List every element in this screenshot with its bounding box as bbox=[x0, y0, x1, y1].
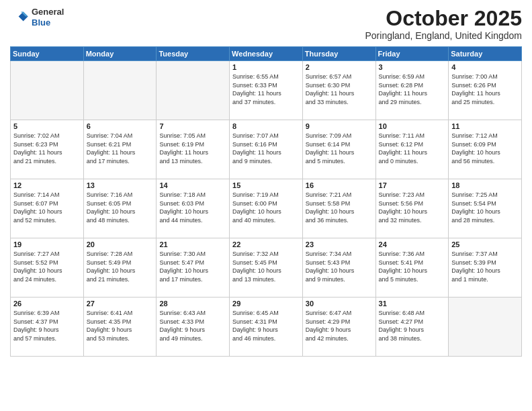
day-number: 30 bbox=[306, 300, 373, 308]
calendar-cell: 8Sunrise: 7:07 AM Sunset: 6:16 PM Daylig… bbox=[230, 120, 303, 179]
day-number: 23 bbox=[306, 240, 373, 248]
week-row-2: 5Sunrise: 7:02 AM Sunset: 6:23 PM Daylig… bbox=[11, 120, 522, 179]
day-number: 19 bbox=[13, 240, 81, 248]
calendar-cell: 25Sunrise: 7:37 AM Sunset: 5:39 PM Dayli… bbox=[449, 238, 522, 298]
calendar-cell bbox=[11, 61, 84, 120]
col-wednesday: Wednesday bbox=[230, 47, 303, 61]
day-number: 14 bbox=[159, 181, 226, 189]
page: General Blue October 2025 Poringland, En… bbox=[0, 0, 532, 411]
day-info: Sunrise: 6:47 AM Sunset: 4:29 PM Dayligh… bbox=[306, 309, 373, 342]
col-tuesday: Tuesday bbox=[157, 47, 230, 61]
calendar-cell: 15Sunrise: 7:19 AM Sunset: 6:00 PM Dayli… bbox=[230, 179, 303, 238]
calendar: Sunday Monday Tuesday Wednesday Thursday… bbox=[10, 46, 522, 357]
day-number: 13 bbox=[87, 181, 154, 189]
month-title: October 2025 bbox=[365, 7, 523, 30]
day-number: 8 bbox=[232, 122, 300, 130]
calendar-cell: 18Sunrise: 7:25 AM Sunset: 5:54 PM Dayli… bbox=[449, 179, 522, 238]
day-info: Sunrise: 7:14 AM Sunset: 6:07 PM Dayligh… bbox=[13, 191, 81, 224]
day-info: Sunrise: 6:48 AM Sunset: 4:27 PM Dayligh… bbox=[379, 309, 446, 342]
calendar-cell: 17Sunrise: 7:23 AM Sunset: 5:56 PM Dayli… bbox=[375, 179, 449, 238]
day-info: Sunrise: 6:45 AM Sunset: 4:31 PM Dayligh… bbox=[232, 309, 300, 342]
day-number: 11 bbox=[451, 122, 519, 130]
week-row-1: 1Sunrise: 6:55 AM Sunset: 6:33 PM Daylig… bbox=[11, 61, 522, 120]
calendar-cell: 4Sunrise: 7:00 AM Sunset: 6:26 PM Daylig… bbox=[449, 61, 522, 120]
calendar-cell bbox=[449, 298, 522, 357]
day-number: 21 bbox=[159, 240, 226, 248]
day-number: 17 bbox=[379, 181, 446, 189]
day-number: 28 bbox=[159, 300, 226, 308]
col-monday: Monday bbox=[83, 47, 157, 61]
day-info: Sunrise: 7:04 AM Sunset: 6:21 PM Dayligh… bbox=[87, 132, 154, 165]
day-number: 5 bbox=[13, 122, 81, 130]
calendar-cell: 24Sunrise: 7:36 AM Sunset: 5:41 PM Dayli… bbox=[375, 238, 449, 298]
day-info: Sunrise: 7:02 AM Sunset: 6:23 PM Dayligh… bbox=[13, 132, 81, 165]
day-number: 15 bbox=[232, 181, 300, 189]
calendar-cell: 21Sunrise: 7:30 AM Sunset: 5:47 PM Dayli… bbox=[157, 238, 230, 298]
day-info: Sunrise: 7:37 AM Sunset: 5:39 PM Dayligh… bbox=[451, 250, 519, 283]
day-info: Sunrise: 7:32 AM Sunset: 5:45 PM Dayligh… bbox=[232, 250, 300, 283]
logo-blue-text: Blue bbox=[32, 17, 64, 28]
calendar-cell: 30Sunrise: 6:47 AM Sunset: 4:29 PM Dayli… bbox=[302, 298, 375, 357]
day-number: 12 bbox=[13, 181, 81, 189]
location: Poringland, England, United Kingdom bbox=[365, 30, 523, 41]
calendar-cell bbox=[83, 61, 157, 120]
day-number: 1 bbox=[232, 63, 300, 71]
day-number: 3 bbox=[379, 63, 446, 71]
col-thursday: Thursday bbox=[302, 47, 375, 61]
logo: General Blue bbox=[10, 7, 64, 28]
calendar-cell: 20Sunrise: 7:28 AM Sunset: 5:49 PM Dayli… bbox=[83, 238, 157, 298]
day-info: Sunrise: 7:16 AM Sunset: 6:05 PM Dayligh… bbox=[87, 191, 154, 224]
title-block: October 2025 Poringland, England, United… bbox=[365, 7, 523, 41]
day-info: Sunrise: 7:18 AM Sunset: 6:03 PM Dayligh… bbox=[159, 191, 226, 224]
day-number: 22 bbox=[232, 240, 300, 248]
day-number: 27 bbox=[87, 300, 154, 308]
day-number: 7 bbox=[159, 122, 226, 130]
calendar-cell: 23Sunrise: 7:34 AM Sunset: 5:43 PM Dayli… bbox=[302, 238, 375, 298]
day-number: 6 bbox=[87, 122, 154, 130]
day-number: 29 bbox=[232, 300, 300, 308]
day-info: Sunrise: 7:36 AM Sunset: 5:41 PM Dayligh… bbox=[379, 250, 446, 283]
calendar-cell: 10Sunrise: 7:11 AM Sunset: 6:12 PM Dayli… bbox=[375, 120, 449, 179]
calendar-cell: 14Sunrise: 7:18 AM Sunset: 6:03 PM Dayli… bbox=[157, 179, 230, 238]
day-number: 9 bbox=[306, 122, 373, 130]
day-number: 20 bbox=[87, 240, 154, 248]
calendar-cell: 19Sunrise: 7:27 AM Sunset: 5:52 PM Dayli… bbox=[11, 238, 84, 298]
day-info: Sunrise: 7:07 AM Sunset: 6:16 PM Dayligh… bbox=[232, 132, 300, 165]
day-info: Sunrise: 7:28 AM Sunset: 5:49 PM Dayligh… bbox=[87, 250, 154, 283]
day-info: Sunrise: 7:25 AM Sunset: 5:54 PM Dayligh… bbox=[451, 191, 519, 224]
day-info: Sunrise: 7:09 AM Sunset: 6:14 PM Dayligh… bbox=[306, 132, 373, 165]
calendar-cell: 12Sunrise: 7:14 AM Sunset: 6:07 PM Dayli… bbox=[11, 179, 84, 238]
day-number: 31 bbox=[379, 300, 446, 308]
calendar-cell bbox=[157, 61, 230, 120]
col-saturday: Saturday bbox=[449, 47, 522, 61]
col-sunday: Sunday bbox=[11, 47, 84, 61]
calendar-cell: 3Sunrise: 6:59 AM Sunset: 6:28 PM Daylig… bbox=[375, 61, 449, 120]
calendar-cell: 7Sunrise: 7:05 AM Sunset: 6:19 PM Daylig… bbox=[157, 120, 230, 179]
day-number: 18 bbox=[451, 181, 519, 189]
day-number: 10 bbox=[379, 122, 446, 130]
day-info: Sunrise: 7:23 AM Sunset: 5:56 PM Dayligh… bbox=[379, 191, 446, 224]
day-info: Sunrise: 7:19 AM Sunset: 6:00 PM Dayligh… bbox=[232, 191, 300, 224]
day-number: 25 bbox=[451, 240, 519, 248]
calendar-cell: 27Sunrise: 6:41 AM Sunset: 4:35 PM Dayli… bbox=[83, 298, 157, 357]
day-info: Sunrise: 7:12 AM Sunset: 6:09 PM Dayligh… bbox=[451, 132, 519, 165]
day-number: 26 bbox=[13, 300, 81, 308]
day-number: 16 bbox=[306, 181, 373, 189]
day-info: Sunrise: 6:59 AM Sunset: 6:28 PM Dayligh… bbox=[379, 73, 446, 106]
day-number: 2 bbox=[306, 63, 373, 71]
header: General Blue October 2025 Poringland, En… bbox=[10, 7, 522, 41]
day-info: Sunrise: 7:21 AM Sunset: 5:58 PM Dayligh… bbox=[306, 191, 373, 224]
calendar-cell: 29Sunrise: 6:45 AM Sunset: 4:31 PM Dayli… bbox=[230, 298, 303, 357]
day-info: Sunrise: 7:11 AM Sunset: 6:12 PM Dayligh… bbox=[379, 132, 446, 165]
calendar-cell: 28Sunrise: 6:43 AM Sunset: 4:33 PM Dayli… bbox=[157, 298, 230, 357]
calendar-header-row: Sunday Monday Tuesday Wednesday Thursday… bbox=[11, 47, 522, 61]
day-number: 4 bbox=[451, 63, 519, 71]
logo-text: General Blue bbox=[32, 7, 64, 28]
calendar-cell: 22Sunrise: 7:32 AM Sunset: 5:45 PM Dayli… bbox=[230, 238, 303, 298]
calendar-cell: 31Sunrise: 6:48 AM Sunset: 4:27 PM Dayli… bbox=[375, 298, 449, 357]
week-row-5: 26Sunrise: 6:39 AM Sunset: 4:37 PM Dayli… bbox=[11, 298, 522, 357]
day-info: Sunrise: 6:55 AM Sunset: 6:33 PM Dayligh… bbox=[232, 73, 300, 106]
day-info: Sunrise: 7:05 AM Sunset: 6:19 PM Dayligh… bbox=[159, 132, 226, 165]
week-row-3: 12Sunrise: 7:14 AM Sunset: 6:07 PM Dayli… bbox=[11, 179, 522, 238]
calendar-cell: 9Sunrise: 7:09 AM Sunset: 6:14 PM Daylig… bbox=[302, 120, 375, 179]
